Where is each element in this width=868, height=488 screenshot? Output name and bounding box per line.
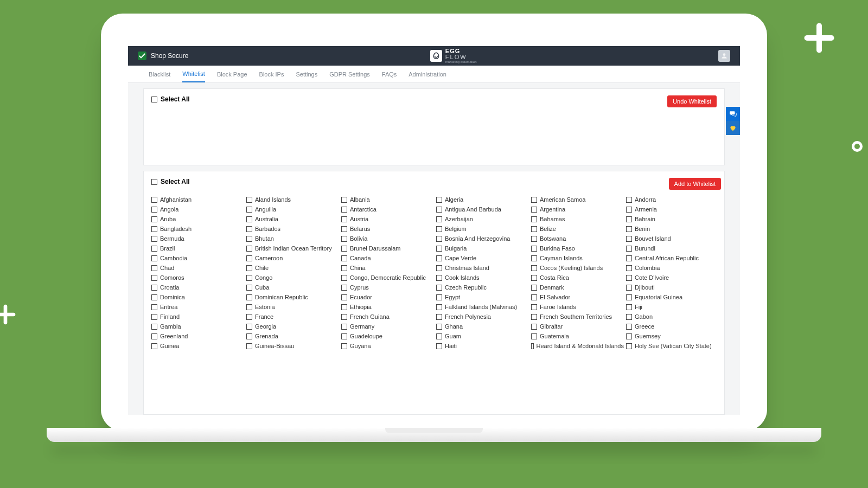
country-item[interactable]: Austria bbox=[341, 216, 434, 222]
checkbox-icon[interactable] bbox=[151, 216, 157, 222]
country-item[interactable]: Belgium bbox=[436, 226, 529, 232]
tab-blacklist[interactable]: Blacklist bbox=[149, 66, 170, 82]
country-item[interactable]: Angola bbox=[151, 206, 244, 213]
checkbox-icon[interactable] bbox=[341, 304, 347, 310]
checkbox-icon[interactable] bbox=[626, 275, 632, 281]
checkbox-icon[interactable] bbox=[531, 343, 534, 349]
checkbox-icon[interactable] bbox=[246, 197, 252, 203]
country-item[interactable]: Bulgaria bbox=[436, 245, 529, 252]
country-item[interactable]: Equatorial Guinea bbox=[626, 294, 719, 300]
checkbox-icon[interactable] bbox=[626, 304, 632, 310]
country-item[interactable]: Dominican Republic bbox=[246, 294, 339, 300]
checkbox-icon[interactable] bbox=[626, 226, 632, 232]
checkbox-icon[interactable] bbox=[151, 246, 157, 252]
checkbox-icon[interactable] bbox=[151, 207, 157, 213]
checkbox-icon[interactable] bbox=[151, 197, 157, 203]
country-item[interactable]: Bahamas bbox=[531, 216, 624, 222]
country-item[interactable]: Falkland Islands (Malvinas) bbox=[436, 304, 529, 310]
country-item[interactable]: Holy See (Vatican City State) bbox=[626, 343, 719, 349]
country-item[interactable]: Bosnia And Herzegovina bbox=[436, 235, 529, 242]
country-item[interactable]: Central African Republic bbox=[626, 255, 719, 261]
checkbox-icon[interactable] bbox=[436, 265, 442, 271]
country-item[interactable]: China bbox=[341, 265, 434, 271]
country-item[interactable]: Aruba bbox=[151, 216, 244, 222]
select-all-available[interactable]: Select All bbox=[151, 178, 190, 185]
country-item[interactable]: Guatemala bbox=[531, 333, 624, 339]
checkbox-icon[interactable] bbox=[626, 207, 632, 213]
checkbox-icon[interactable] bbox=[151, 285, 157, 291]
checkbox-icon[interactable] bbox=[341, 265, 347, 271]
checkbox-icon[interactable] bbox=[151, 265, 157, 271]
tab-gdpr-settings[interactable]: GDPR Settings bbox=[329, 66, 370, 82]
country-item[interactable]: Grenada bbox=[246, 333, 339, 339]
checkbox-icon[interactable] bbox=[531, 255, 537, 261]
country-item[interactable]: Cook Islands bbox=[436, 274, 529, 281]
checkbox-icon[interactable] bbox=[626, 246, 632, 252]
country-item[interactable]: Afghanistan bbox=[151, 196, 244, 203]
country-item[interactable]: Algeria bbox=[436, 196, 529, 203]
checkbox-icon[interactable] bbox=[436, 333, 442, 339]
country-item[interactable]: Gibraltar bbox=[531, 323, 624, 330]
country-item[interactable]: Guernsey bbox=[626, 333, 719, 339]
checkbox-icon[interactable] bbox=[151, 275, 157, 281]
country-item[interactable]: Azerbaijan bbox=[436, 216, 529, 222]
app-logo[interactable]: EGG FLOW marketing automation bbox=[430, 48, 477, 63]
checkbox-icon[interactable] bbox=[436, 324, 442, 330]
checkbox-icon[interactable] bbox=[341, 294, 347, 300]
checkbox-icon[interactable] bbox=[626, 197, 632, 203]
country-item[interactable]: Bolivia bbox=[341, 235, 434, 242]
country-item[interactable]: Czech Republic bbox=[436, 284, 529, 291]
country-item[interactable]: Guyana bbox=[341, 343, 434, 349]
checkbox-icon[interactable] bbox=[626, 265, 632, 271]
country-item[interactable]: Armenia bbox=[626, 206, 719, 213]
country-item[interactable]: Cyprus bbox=[341, 284, 434, 291]
tab-administration[interactable]: Administration bbox=[409, 66, 446, 82]
country-item[interactable]: Benin bbox=[626, 226, 719, 232]
checkbox-icon[interactable] bbox=[246, 343, 252, 349]
checkbox-icon[interactable] bbox=[151, 236, 157, 242]
country-item[interactable]: Bouvet Island bbox=[626, 235, 719, 242]
country-item[interactable]: Anguilla bbox=[246, 206, 339, 213]
country-item[interactable]: British Indian Ocean Territory bbox=[246, 245, 339, 252]
checkbox-icon[interactable] bbox=[341, 275, 347, 281]
checkbox-icon[interactable] bbox=[151, 343, 157, 349]
checkbox-icon[interactable] bbox=[341, 285, 347, 291]
checkbox-icon[interactable] bbox=[436, 285, 442, 291]
checkbox-icon[interactable] bbox=[151, 314, 157, 320]
checkbox-icon[interactable] bbox=[436, 207, 442, 213]
shop-identity[interactable]: Shop Secure bbox=[138, 52, 188, 60]
country-item[interactable]: Haiti bbox=[436, 343, 529, 349]
checkbox-icon[interactable] bbox=[246, 226, 252, 232]
checkbox-icon[interactable] bbox=[151, 97, 157, 102]
checkbox-icon[interactable] bbox=[436, 216, 442, 222]
country-item[interactable]: Cameroon bbox=[246, 255, 339, 261]
checkbox-icon[interactable] bbox=[531, 216, 537, 222]
country-item[interactable]: Andorra bbox=[626, 196, 719, 203]
checkbox-icon[interactable] bbox=[341, 343, 347, 349]
tab-block-page[interactable]: Block Page bbox=[217, 66, 247, 82]
select-all-current[interactable]: Select All bbox=[151, 95, 190, 103]
checkbox-icon[interactable] bbox=[151, 333, 157, 339]
checkbox-icon[interactable] bbox=[626, 294, 632, 300]
country-item[interactable]: Heard Island & Mcdonald Islands bbox=[531, 343, 624, 349]
checkbox-icon[interactable] bbox=[531, 304, 537, 310]
country-item[interactable]: Ethiopia bbox=[341, 304, 434, 310]
checkbox-icon[interactable] bbox=[151, 324, 157, 330]
country-item[interactable]: Gabon bbox=[626, 313, 719, 320]
checkbox-icon[interactable] bbox=[436, 294, 442, 300]
checkbox-icon[interactable] bbox=[341, 246, 347, 252]
country-item[interactable]: Antigua And Barbuda bbox=[436, 206, 529, 213]
checkbox-icon[interactable] bbox=[436, 314, 442, 320]
country-item[interactable]: Bhutan bbox=[246, 235, 339, 242]
country-item[interactable]: Faroe Islands bbox=[531, 304, 624, 310]
country-item[interactable]: Cocos (Keeling) Islands bbox=[531, 265, 624, 271]
checkbox-icon[interactable] bbox=[246, 294, 252, 300]
checkbox-icon[interactable] bbox=[246, 207, 252, 213]
checkbox-icon[interactable] bbox=[246, 255, 252, 261]
checkbox-icon[interactable] bbox=[436, 236, 442, 242]
checkbox-icon[interactable] bbox=[341, 197, 347, 203]
country-item[interactable]: Canada bbox=[341, 255, 434, 261]
country-item[interactable]: Cote D'Ivoire bbox=[626, 274, 719, 281]
checkbox-icon[interactable] bbox=[531, 207, 537, 213]
country-item[interactable]: Ghana bbox=[436, 323, 529, 330]
